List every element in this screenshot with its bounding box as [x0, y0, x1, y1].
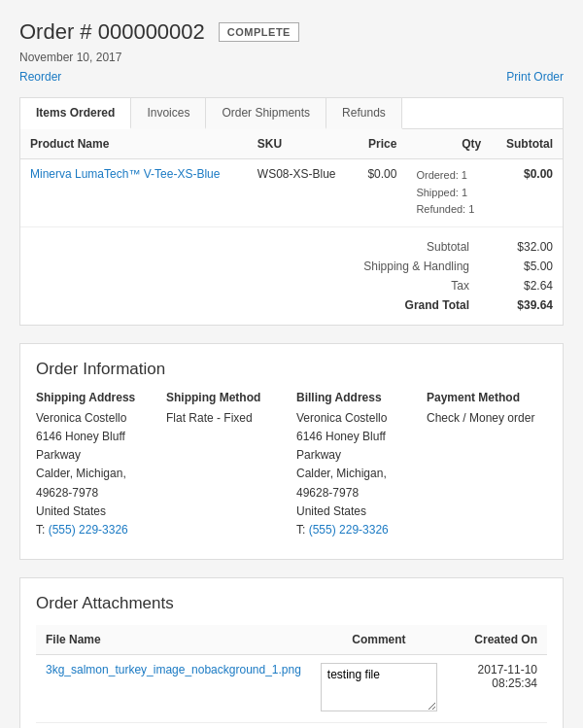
order-information-title: Order Information: [36, 360, 547, 379]
tab-items-ordered[interactable]: Items Ordered: [20, 98, 131, 129]
grand-total-value: $39.64: [485, 298, 553, 312]
col-product-name: Product Name: [20, 129, 248, 159]
page-container: Order # 000000002 COMPLETE November 10, …: [19, 19, 564, 728]
payment-method-title: Payment Method: [427, 391, 547, 404]
shipping-method-title: Shipping Method: [166, 391, 287, 404]
col-sku: SKU: [248, 129, 354, 159]
shipping-address-content: Veronica Costello 6146 Honey Bluff Parkw…: [36, 409, 156, 539]
qty-refunded: Refunded: 1: [416, 201, 481, 219]
totals-section: Subtotal $32.00 Shipping & Handling $5.0…: [20, 226, 563, 325]
col-file-name: File Name: [36, 625, 311, 655]
payment-method-value: Check / Money order: [427, 409, 547, 428]
shipping-country: United States: [36, 503, 156, 521]
shipping-address-title: Shipping Address: [36, 391, 156, 404]
product-link[interactable]: Minerva LumaTech™ V-Tee-XS-Blue: [30, 167, 220, 181]
shipping-address-block: Shipping Address Veronica Costello 6146 …: [36, 391, 156, 539]
shipping-name: Veronica Costello: [36, 409, 156, 428]
tab-invoices[interactable]: Invoices: [131, 98, 206, 129]
tax-value: $2.64: [485, 279, 553, 293]
billing-address-content: Veronica Costello 6146 Honey Bluff Parkw…: [296, 409, 417, 539]
page-header: Order # 000000002 COMPLETE: [19, 19, 564, 45]
payment-method-block: Payment Method Check / Money order: [427, 391, 547, 539]
items-card: Items Ordered Invoices Order Shipments R…: [19, 97, 564, 326]
billing-country: United States: [296, 503, 417, 521]
page-title: Order # 000000002: [19, 19, 205, 45]
tab-refunds[interactable]: Refunds: [326, 98, 402, 129]
col-qty: Qty: [406, 129, 491, 159]
subtotal-label: Subtotal: [329, 240, 485, 254]
order-date: November 10, 2017: [19, 51, 564, 64]
action-links: Reorder Print Order: [19, 70, 564, 84]
attach-table-header: File Name Comment Created On: [36, 625, 547, 655]
col-subtotal: Subtotal: [491, 129, 563, 159]
grand-total-label: Grand Total: [329, 298, 485, 312]
order-information-section: Order Information Shipping Address Veron…: [19, 343, 564, 560]
tabs: Items Ordered Invoices Order Shipments R…: [20, 98, 563, 129]
print-order-link[interactable]: Print Order: [506, 70, 564, 84]
billing-street: 6146 Honey Bluff Parkway: [296, 428, 417, 465]
subtotal-row: Subtotal $32.00: [20, 237, 563, 257]
shipping-method-value: Flat Rate - Fixed: [166, 409, 287, 428]
tax-label: Tax: [329, 279, 485, 293]
billing-address-title: Billing Address: [296, 391, 417, 404]
sku-cell: WS08-XS-Blue: [248, 159, 354, 226]
order-info-grid: Shipping Address Veronica Costello 6146 …: [36, 391, 547, 539]
order-attachments-section: Order Attachments File Name Comment Crea…: [19, 577, 564, 728]
shipping-street: 6146 Honey Bluff Parkway: [36, 428, 156, 465]
items-table: Product Name SKU Price Qty Subtotal Mine…: [20, 129, 563, 226]
col-price: Price: [354, 129, 406, 159]
attachment-row: 3kg_salmon_turkey_image_nobackground_1.p…: [36, 655, 547, 723]
billing-phone-label: T:: [296, 523, 305, 537]
qty-shipped: Shipped: 1: [416, 185, 481, 202]
qty-ordered: Ordered: 1: [416, 167, 481, 185]
order-attachments-title: Order Attachments: [36, 594, 547, 613]
billing-address-block: Billing Address Veronica Costello 6146 H…: [296, 391, 417, 539]
shipping-method-block: Shipping Method Flat Rate - Fixed: [166, 391, 287, 539]
subtotal-value: $32.00: [485, 240, 553, 254]
billing-name: Veronica Costello: [296, 409, 417, 428]
reorder-link[interactable]: Reorder: [19, 70, 61, 84]
price-cell: $0.00: [354, 159, 406, 226]
billing-phone-link[interactable]: (555) 229-3326: [309, 523, 389, 537]
col-comment: Comment: [311, 625, 447, 655]
comment-cell: testing file: [311, 655, 447, 723]
tab-order-shipments[interactable]: Order Shipments: [206, 98, 326, 129]
created-on-cell: 2017-11-10 08:25:34: [447, 655, 547, 723]
shipping-phone: T: (555) 229-3326: [36, 521, 156, 539]
qty-cell: Ordered: 1 Shipped: 1 Refunded: 1: [406, 159, 491, 226]
file-link[interactable]: 3kg_salmon_turkey_image_nobackground_1.p…: [46, 663, 301, 676]
file-name-cell: 3kg_salmon_turkey_image_nobackground_1.p…: [36, 655, 311, 723]
shipping-value: $5.00: [485, 260, 553, 273]
shipping-label: Shipping & Handling: [329, 260, 485, 273]
comment-textarea[interactable]: testing file: [321, 663, 437, 711]
table-header-row: Product Name SKU Price Qty Subtotal: [20, 129, 563, 159]
shipping-phone-link[interactable]: (555) 229-3326: [49, 523, 128, 537]
table-row: Minerva LumaTech™ V-Tee-XS-Blue WS08-XS-…: [20, 159, 563, 226]
billing-city-state: Calder, Michigan, 49628-7978: [296, 465, 417, 502]
subtotal-cell: $0.00: [491, 159, 563, 226]
shipping-city-state: Calder, Michigan, 49628-7978: [36, 465, 156, 502]
status-badge: COMPLETE: [219, 22, 299, 42]
tax-row: Tax $2.64: [20, 276, 563, 295]
attachments-table: File Name Comment Created On 3kg_salmon_…: [36, 625, 547, 723]
billing-phone: T: (555) 229-3326: [296, 521, 417, 539]
grand-total-row: Grand Total $39.64: [20, 295, 563, 315]
shipping-phone-label: T:: [36, 523, 45, 537]
col-created-on: Created On: [447, 625, 547, 655]
product-name-cell: Minerva LumaTech™ V-Tee-XS-Blue: [20, 159, 248, 226]
shipping-row: Shipping & Handling $5.00: [20, 257, 563, 276]
